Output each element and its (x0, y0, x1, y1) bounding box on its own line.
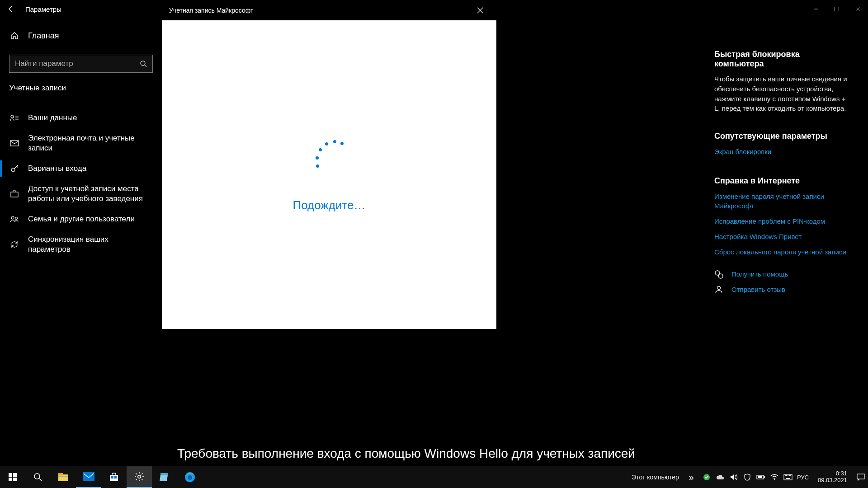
dialog-body: Подождите… (162, 20, 496, 329)
sidebar-item-signin-options[interactable]: Варианты входа (0, 157, 162, 180)
svg-rect-51 (758, 476, 762, 478)
taskbar-search-button[interactable] (25, 466, 51, 488)
close-button[interactable] (847, 0, 868, 18)
svg-rect-33 (111, 476, 113, 479)
svg-rect-23 (13, 473, 17, 477)
help-link-local-password[interactable]: Сброс локального пароля учетной записи (714, 248, 850, 257)
dialog-header: Учетная запись Майкрософт (162, 0, 496, 20)
tray-defender-icon[interactable] (743, 473, 752, 482)
help-link-change-password[interactable]: Изменение пароля учетной записи Майкросо… (714, 192, 850, 211)
search-icon (140, 60, 147, 67)
tray-clock[interactable]: 0:31 09.03.2021 (813, 470, 852, 484)
svg-point-35 (138, 475, 141, 478)
ms-account-dialog: Учетная запись Майкрософт Подождите… (162, 0, 496, 329)
dialog-close-button[interactable] (471, 1, 489, 19)
svg-rect-56 (788, 475, 788, 476)
tray-wifi-icon[interactable] (770, 473, 779, 482)
tray-security-icon[interactable] (702, 473, 711, 482)
svg-rect-29 (58, 473, 63, 475)
taskbar-peek-label[interactable]: Этот компьютер (632, 474, 679, 481)
sidebar-home[interactable]: Главная (0, 25, 162, 47)
svg-point-19 (717, 286, 721, 289)
help-heading: Справка в Интернете (714, 176, 850, 186)
sidebar-home-label: Главная (28, 31, 59, 41)
svg-point-16 (15, 217, 18, 220)
feedback-label: Отправить отзыв (731, 286, 785, 293)
sidebar-item-label: Варианты входа (28, 164, 153, 174)
search-box[interactable] (9, 55, 153, 73)
tray-date: 09.03.2021 (818, 477, 847, 484)
sidebar-item-work-school[interactable]: Доступ к учетной записи места работы или… (0, 180, 162, 207)
svg-line-13 (17, 166, 18, 168)
svg-rect-50 (764, 476, 765, 478)
taskbar-notepad-button[interactable] (152, 466, 177, 488)
svg-point-6 (11, 115, 14, 118)
start-button[interactable] (0, 466, 25, 488)
sidebar-category: Учетные записи (0, 84, 162, 93)
tray-action-center-icon[interactable] (856, 473, 865, 482)
tray-volume-icon[interactable] (729, 473, 738, 482)
sidebar-item-label: Доступ к учетной записи места работы или… (28, 184, 153, 204)
app-title: Параметры (22, 5, 61, 13)
feedback-row[interactable]: Отправить отзыв (714, 285, 850, 294)
taskbar: Этот компьютер » РУС 0:31 09.03.2021 (0, 466, 868, 488)
svg-rect-57 (789, 475, 790, 476)
sidebar-item-your-info[interactable]: Ваши данные (0, 106, 162, 130)
maximize-button[interactable] (826, 0, 847, 18)
quicklock-heading: Быстрая блокировка компьютера (714, 50, 850, 69)
svg-line-40 (136, 474, 137, 474)
system-tray: Этот компьютер » РУС 0:31 09.03.2021 (632, 470, 868, 484)
taskbar-edge-button[interactable] (177, 466, 203, 488)
tray-battery-icon[interactable] (756, 473, 765, 482)
svg-rect-34 (114, 476, 117, 479)
svg-rect-45 (160, 473, 168, 475)
taskbar-settings-button[interactable] (127, 466, 152, 488)
tray-language-label[interactable]: РУС (797, 474, 809, 481)
right-panel: Быстрая блокировка компьютера Чтобы защи… (714, 50, 850, 294)
taskbar-store-button[interactable] (101, 466, 127, 488)
svg-rect-53 (784, 474, 792, 480)
svg-point-18 (718, 274, 723, 278)
svg-point-4 (141, 61, 145, 66)
svg-rect-22 (9, 473, 12, 477)
search-input[interactable] (15, 59, 140, 68)
sidebar: Главная Учетные записи Ваши данные Элект… (0, 25, 162, 466)
help-link-hello[interactable]: Настройка Windows Привет (714, 232, 850, 241)
sidebar-item-email-accounts[interactable]: Электронная почта и учетные записи (0, 130, 162, 157)
tray-overflow-icon[interactable]: » (689, 470, 698, 483)
svg-rect-59 (786, 478, 790, 479)
sidebar-item-sync[interactable]: Синхронизация ваших параметров (0, 231, 162, 258)
help-link-pin[interactable]: Исправление проблем с PIN-кодом (714, 217, 850, 226)
taskbar-explorer-button[interactable] (51, 466, 76, 488)
svg-rect-28 (58, 474, 68, 481)
taskbar-mail-button[interactable] (76, 466, 101, 488)
quicklock-body: Чтобы защитить ваши личные сведения и об… (714, 74, 850, 113)
svg-rect-32 (110, 475, 118, 481)
related-link-lockscreen[interactable]: Экран блокировки (714, 147, 850, 156)
window-controls (806, 0, 868, 18)
svg-rect-30 (58, 476, 68, 477)
sidebar-item-family[interactable]: Семья и другие пользователи (0, 207, 162, 231)
tray-touch-keyboard-icon[interactable] (783, 473, 793, 482)
svg-rect-10 (10, 141, 19, 146)
svg-point-26 (34, 474, 40, 479)
help-icon (714, 270, 725, 279)
svg-point-47 (188, 475, 192, 480)
briefcase-icon (9, 190, 20, 198)
person-card-icon (9, 114, 20, 122)
feedback-icon (714, 285, 725, 294)
sidebar-item-label: Семья и другие пользователи (28, 214, 153, 224)
get-help-row[interactable]: Получить помощь (714, 270, 850, 279)
svg-rect-24 (9, 478, 12, 481)
tray-onedrive-icon[interactable] (716, 473, 725, 482)
sync-icon (9, 240, 20, 249)
minimize-button[interactable] (806, 0, 826, 18)
loading-text: Подождите… (292, 198, 365, 212)
loading-spinner (312, 137, 346, 171)
svg-rect-60 (857, 474, 864, 479)
back-button[interactable] (0, 0, 22, 18)
sidebar-item-label: Синхронизация ваших параметров (28, 235, 153, 254)
svg-rect-31 (83, 472, 94, 481)
svg-rect-25 (13, 478, 17, 481)
svg-point-52 (774, 479, 775, 480)
